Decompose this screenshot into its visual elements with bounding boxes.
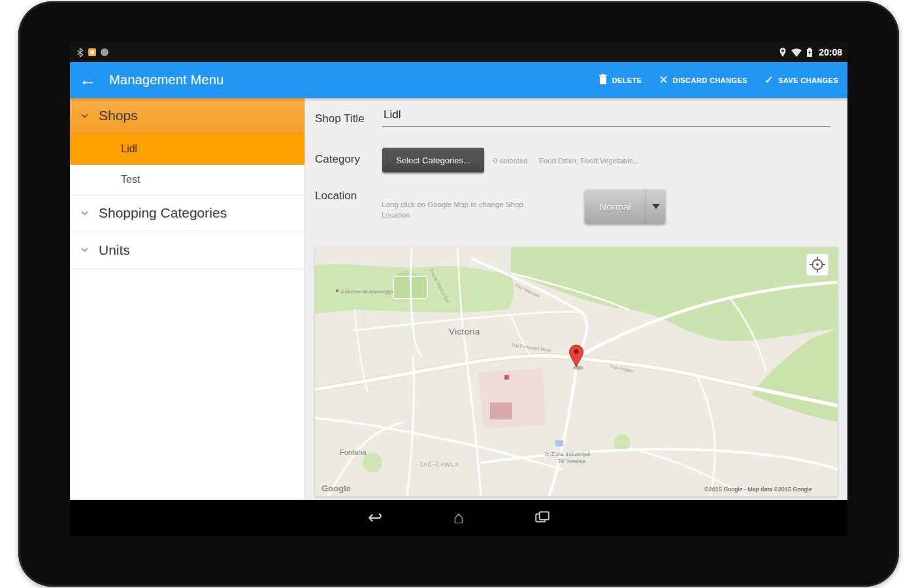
- sidebar-item-label: Lidl: [121, 143, 137, 155]
- category-summary: 0 selected Food:Other, Food:Vegetable,..…: [493, 157, 642, 165]
- google-watermark: Google: [321, 483, 351, 493]
- map-label-district: TAĊ-ĊAWLA: [419, 461, 459, 468]
- sidebar-group-shops[interactable]: Shops: [70, 98, 304, 134]
- recents-icon: [534, 508, 551, 528]
- sidebar-item-lidl[interactable]: Lidl: [70, 134, 304, 165]
- sidebar-item-label: Test: [121, 174, 140, 186]
- category-selected-list: Food:Other, Food:Vegetable,...: [539, 157, 642, 165]
- delete-button[interactable]: DELETE: [598, 74, 642, 87]
- map-label-museum: Il-Mużew tal-Arkeoloġija: [341, 289, 393, 295]
- shop-title-input[interactable]: [382, 103, 830, 127]
- check-icon: ✓: [764, 74, 774, 86]
- save-changes-button[interactable]: ✓ SAVE CHANGES: [764, 74, 838, 86]
- spinner-arrow-box: [646, 189, 665, 223]
- wifi-icon: [791, 48, 802, 57]
- tablet-frame: 20:08 ← Management Menu DELETE ✕ DISCARD…: [18, 1, 899, 587]
- home-icon: ⌂: [453, 509, 464, 527]
- google-map[interactable]: Victoria Fontana TAĊ-ĊAWLA Iż-Żona Indus…: [315, 247, 838, 497]
- category-selected-count: 0 selected: [493, 157, 527, 165]
- discard-label: DISCARD CHANGES: [673, 76, 747, 84]
- battery-icon: [806, 47, 813, 57]
- device-screen: 20:08 ← Management Menu DELETE ✕ DISCARD…: [70, 42, 847, 536]
- location-hint: Long click on Google Map to change Shop …: [382, 200, 548, 220]
- map-poi-blue: [555, 440, 563, 446]
- gps-icon: [779, 47, 787, 57]
- clock: 20:08: [819, 47, 842, 57]
- map-label-city: Victoria: [449, 327, 480, 336]
- status-bar-left: [70, 48, 108, 57]
- sidebar-group-units[interactable]: Units: [70, 231, 304, 269]
- chevron-down-icon: [80, 210, 90, 216]
- status-bar: 20:08: [70, 42, 847, 62]
- nav-back-button[interactable]: ↩: [362, 505, 388, 531]
- shop-edit-form: Shop Title Category Select Categories...…: [305, 98, 847, 500]
- sidebar-group-label: Units: [99, 242, 130, 258]
- chevron-down-icon: [80, 247, 90, 253]
- sidebar-group-label: Shops: [99, 108, 138, 123]
- android-nav-bar: ↩ ⌂: [70, 500, 847, 536]
- map-hospital-area: [478, 368, 546, 429]
- content-area: Shops Lidl Test Shopping Categories: [70, 98, 847, 500]
- app-bar-actions: DELETE ✕ DISCARD CHANGES ✓ SAVE CHANGES: [598, 74, 838, 87]
- map-label-village: Fontana: [340, 448, 367, 456]
- chevron-down-icon: [652, 204, 660, 209]
- shop-title-label: Shop Title: [315, 112, 365, 125]
- map-type-value: Normal: [585, 201, 646, 212]
- trash-icon: [598, 74, 608, 87]
- delete-label: DELETE: [612, 76, 642, 84]
- map-copyright: ©2015 Google - Map data ©2015 Google: [704, 486, 811, 493]
- map-type-spinner[interactable]: Normal: [585, 189, 665, 223]
- save-label: SAVE CHANGES: [778, 76, 838, 84]
- select-categories-button[interactable]: Select Categories...: [382, 148, 484, 172]
- status-bar-right: 20:08: [779, 47, 847, 57]
- category-label: Category: [315, 153, 360, 166]
- sidebar-group-shopping-categories[interactable]: Shopping Categories: [70, 195, 304, 231]
- map-label-industrial-2: Ta' Xewkija: [558, 458, 586, 465]
- sidebar-group-label: Shopping Categories: [99, 205, 227, 221]
- location-label: Location: [315, 189, 357, 203]
- app-bar: ← Management Menu DELETE ✕ DISCARD CHANG…: [70, 62, 847, 98]
- bluetooth-icon: [76, 48, 84, 57]
- chevron-down-icon: [80, 113, 90, 119]
- notification-icon: [101, 48, 108, 56]
- my-location-button[interactable]: [806, 253, 828, 276]
- sidebar: Shops Lidl Test Shopping Categories: [70, 98, 305, 500]
- discard-changes-button[interactable]: ✕ DISCARD CHANGES: [659, 74, 747, 86]
- sidebar-item-test[interactable]: Test: [70, 165, 304, 195]
- back-arrow-icon[interactable]: ←: [79, 70, 101, 90]
- map-canvas: Victoria Fontana TAĊ-ĊAWLA Iż-Żona Indus…: [315, 247, 838, 497]
- back-icon: ↩: [368, 509, 383, 527]
- page-title: Management Menu: [109, 73, 598, 88]
- nav-home-button[interactable]: ⌂: [446, 505, 472, 531]
- x-icon: ✕: [659, 74, 668, 86]
- nav-recents-button[interactable]: [529, 505, 555, 531]
- sd-card-icon: [88, 48, 96, 56]
- map-label-industrial-1: Iż-Żona Industrijali: [545, 451, 591, 457]
